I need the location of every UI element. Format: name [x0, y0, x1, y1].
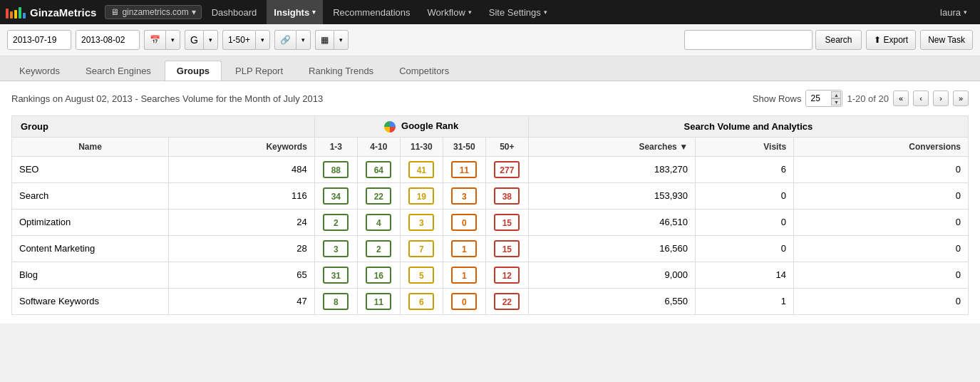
cell-searches: 183,270 [528, 156, 695, 182]
table-row: Software Keywords 47 8116022 6,550 1 0 [12, 288, 969, 314]
cell-name: Software Keywords [12, 288, 169, 314]
table-row: Optimization 24 243015 46,510 0 0 [12, 209, 969, 235]
cell-rank: 16 [357, 262, 400, 288]
logo-bar-2 [10, 11, 13, 19]
cell-rank: 0 [443, 209, 485, 235]
calendar-caret: ▾ [171, 36, 175, 43]
rank-badge: 22 [494, 293, 520, 310]
tab-plp-report[interactable]: PLP Report [223, 61, 295, 81]
export-button[interactable]: ⬆ Export [866, 30, 917, 50]
nav-workflow[interactable]: Workflow ▾ [421, 0, 479, 24]
cell-visits: 0 [696, 182, 794, 209]
rank-badge: 1 [451, 240, 477, 257]
columns-button[interactable]: ▦ [315, 30, 334, 50]
nav-insights[interactable]: Insights ▾ [267, 0, 323, 24]
search-button[interactable]: Search [815, 30, 861, 50]
site-badge-caret: ▾ [192, 7, 196, 17]
logo-bar-1 [6, 9, 9, 19]
date-end-input[interactable] [76, 30, 140, 50]
tab-keywords[interactable]: Keywords [7, 61, 72, 81]
date-start-input[interactable] [7, 30, 71, 50]
cell-rank: 22 [485, 288, 528, 314]
table-info-text: Rankings on August 02, 2013 - Searches V… [11, 93, 323, 104]
cell-keywords: 47 [169, 288, 315, 314]
cell-rank: 88 [314, 156, 357, 182]
top-nav: GinzaMetrics 🖥 ginzametrics.com ▾ Dashbo… [0, 0, 980, 24]
data-table: Group Google Rank Search Volume and Anal… [11, 115, 969, 315]
rows-up-arrow[interactable]: ▲ [831, 91, 841, 98]
nav-site-settings[interactable]: Site Settings ▾ [482, 0, 555, 24]
rank-badge: 4 [366, 214, 391, 231]
pag-prev-btn[interactable]: ‹ [913, 91, 929, 106]
rank-badge: 11 [451, 161, 477, 178]
columns-caret-btn[interactable]: ▾ [334, 30, 349, 50]
pag-last-btn[interactable]: » [953, 91, 969, 106]
cell-conversions: 0 [794, 262, 969, 288]
search-input[interactable] [684, 30, 813, 50]
cell-visits: 6 [696, 156, 794, 182]
th-searches[interactable]: Searches ▼ [528, 137, 695, 156]
google-rank-header: Google Rank [314, 116, 528, 138]
cell-rank: 15 [485, 235, 528, 262]
google-button[interactable]: G [185, 30, 203, 50]
tab-groups[interactable]: Groups [165, 61, 222, 81]
user-menu[interactable]: laura ▾ [933, 0, 974, 24]
range-caret-btn[interactable]: ▾ [255, 30, 270, 50]
pag-first-btn[interactable]: « [893, 91, 909, 106]
th-r1-3: 1-3 [314, 137, 357, 156]
tab-competitors[interactable]: Competitors [387, 61, 461, 81]
cell-rank: 12 [485, 262, 528, 288]
th-visits: Visits [696, 137, 794, 156]
export-icon: ⬆ [874, 35, 881, 45]
logo-bars [6, 6, 26, 19]
th-r11-30: 11-30 [400, 137, 443, 156]
calendar-btn-group: 📅 ▾ [144, 30, 180, 50]
columns-caret: ▾ [339, 36, 343, 43]
rank-badge: 277 [494, 161, 520, 178]
range-button[interactable]: 1-50+ [222, 30, 255, 50]
logo-text: GinzaMetrics [30, 6, 96, 19]
cell-conversions: 0 [794, 156, 969, 182]
tab-ranking-trends[interactable]: Ranking Trends [296, 61, 386, 81]
nav-recommendations[interactable]: Recommendations [326, 0, 417, 24]
search-vol-header: Search Volume and Analytics [528, 116, 968, 138]
cell-rank: 2 [357, 235, 400, 262]
site-badge-label: ginzametrics.com [122, 7, 188, 17]
cell-rank: 6 [400, 288, 443, 314]
cell-rank: 0 [443, 288, 485, 314]
rank-badge: 11 [366, 293, 391, 310]
cell-name: Optimization [12, 209, 169, 235]
pag-next-btn[interactable]: › [933, 91, 949, 106]
cell-rank: 8 [314, 288, 357, 314]
new-task-button[interactable]: New Task [920, 30, 973, 50]
cell-rank: 22 [357, 182, 400, 209]
filter-btn-group: 🔗 ▾ [274, 30, 311, 50]
rows-down-arrow[interactable]: ▼ [831, 98, 841, 105]
filter-caret-btn[interactable]: ▾ [296, 30, 311, 50]
logo-area: GinzaMetrics [6, 6, 96, 19]
cell-visits: 0 [696, 235, 794, 262]
cell-conversions: 0 [794, 182, 969, 209]
rank-badge: 0 [451, 293, 477, 310]
table-row: SEO 484 88644111277 183,270 6 0 [12, 156, 969, 182]
calendar-button[interactable]: 📅 [144, 30, 165, 50]
site-badge[interactable]: 🖥 ginzametrics.com ▾ [105, 5, 201, 19]
rank-badge: 88 [323, 161, 349, 178]
filter-button[interactable]: 🔗 [274, 30, 296, 50]
calendar-caret-btn[interactable]: ▾ [165, 30, 180, 50]
cell-rank: 1 [443, 262, 485, 288]
nav-dashboard[interactable]: Dashboard [205, 0, 264, 24]
rank-badge: 2 [323, 214, 349, 231]
rank-badge: 22 [366, 187, 391, 205]
table-header-row: Rankings on August 02, 2013 - Searches V… [11, 90, 969, 107]
cell-rank: 3 [400, 209, 443, 235]
table-row: Content Marketing 28 327115 16,560 0 0 [12, 235, 969, 262]
workflow-caret: ▾ [468, 9, 472, 16]
filter-caret: ▾ [301, 36, 305, 43]
google-caret-btn[interactable]: ▾ [203, 30, 218, 50]
th-conversions: Conversions [794, 137, 969, 156]
tab-search-engines[interactable]: Search Engines [73, 61, 163, 81]
cell-rank: 34 [314, 182, 357, 209]
pagination-area: Show Rows ▲ ▼ 1-20 of 20 « ‹ › » [753, 90, 969, 107]
group-col-header: Group [12, 116, 315, 138]
